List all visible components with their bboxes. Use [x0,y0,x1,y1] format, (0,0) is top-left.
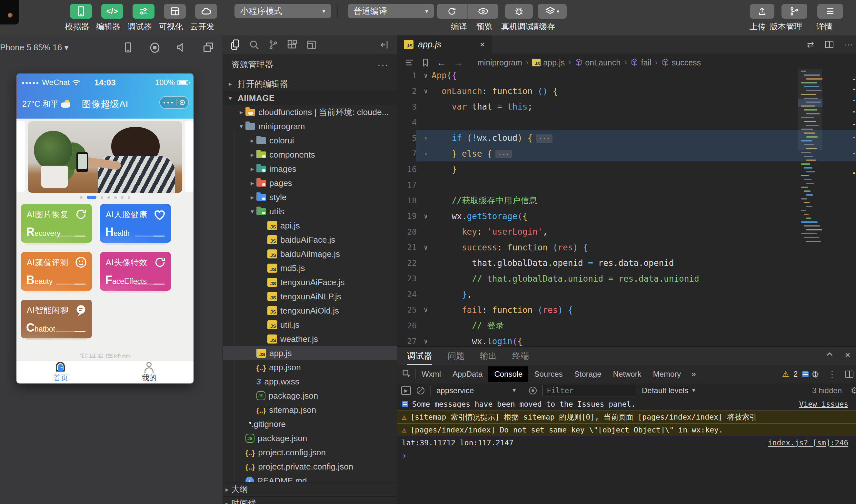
carousel-dot-active[interactable] [87,196,97,199]
outline-list-icon[interactable] [404,58,414,67]
tree-item-app.wxss[interactable]: 3app.wxss [223,375,397,389]
code-line-4[interactable]: 4 [397,115,800,130]
gear-icon[interactable]: ⚙ [851,385,856,396]
tree-item-miniprogram[interactable]: ▾miniprogram [223,119,397,133]
timeline-section[interactable]: ▸时间线 [223,496,397,504]
code-line-5[interactable]: 5› if (!wx.cloud) {··· [397,130,800,146]
capsule-menu[interactable] [159,96,189,109]
simulator-button[interactable] [70,4,92,19]
carousel-dot[interactable] [80,196,83,199]
devtools-tab-appdata[interactable]: AppData [447,366,488,382]
warning-icon[interactable]: ⚠ [782,370,789,379]
tree-item-package.json[interactable]: JSpackage.json [223,431,397,445]
tree-item-cloudfunctions-cloude...[interactable]: ▸cloudfunctions | 当前环境: cloude... [223,105,397,119]
devtools-tab-sources[interactable]: Sources [528,366,568,382]
code-line-24[interactable]: 24 }, [397,287,800,302]
feature-card-health[interactable]: AI人脸健康Health [100,204,171,242]
code-line-3[interactable]: 3 var that = this; [397,99,800,115]
issues-icon[interactable] [802,371,808,377]
code-line-18[interactable]: 18 //获取缓存中用户信息 [397,193,800,209]
clear-console-icon[interactable] [417,387,424,394]
device-orientation-icon[interactable] [124,42,132,53]
panel-tab-终端[interactable]: 终端 [512,350,529,362]
code-line-20[interactable]: 20 key: 'userLogin', [397,224,800,240]
device-debug-button[interactable] [505,4,533,19]
preview-button[interactable] [467,4,498,19]
feature-card-chatbot[interactable]: AI智能闲聊Chatbot [21,300,92,338]
fold-open-icon[interactable]: ∨ [420,337,432,345]
split-editor-icon[interactable] [825,41,834,48]
tree-item-style[interactable]: ▸style [223,190,397,204]
tree-item-api.js[interactable]: JSapi.js [223,218,397,233]
code-line-23[interactable]: 23 // that.globalData.unionid = res.data… [397,271,800,287]
devtools-tab-wxml[interactable]: Wxml [416,366,447,382]
devtools-tab-memory[interactable]: Memory [647,366,687,382]
breadcrumb-item-fail[interactable]: fail [631,58,651,67]
debugger-button[interactable] [133,4,155,19]
npm-package-icon[interactable] [306,39,317,50]
more-tabs-icon[interactable]: » [687,369,700,379]
fold-closed-icon[interactable]: › [420,150,432,158]
mute-icon[interactable] [176,42,187,53]
tab-home[interactable]: 首页 [16,361,105,383]
panel-tab-输出[interactable]: 输出 [480,350,497,362]
tree-item-pages[interactable]: ▸pages [223,176,397,190]
sync-icon[interactable]: ⇄ [807,40,814,50]
console-drawer-icon[interactable]: ▶ [401,386,411,395]
fold-open-icon[interactable]: ∨ [420,306,432,314]
devtools-tab-storage[interactable]: Storage [569,366,607,382]
collapse-panel-icon[interactable] [825,350,834,360]
version-control-button[interactable] [782,4,807,19]
visualizer-button[interactable] [164,4,186,19]
code-line-25[interactable]: 25∨ fail: function (res) { [397,302,800,318]
tree-item-project.config.json[interactable]: {..}project.config.json [223,445,397,460]
minimap[interactable] [800,69,821,250]
tree-item-sitemap.json[interactable]: {..}sitemap.json [223,403,397,417]
console-link[interactable]: View issues [799,400,848,408]
editor-button[interactable]: </> [101,4,123,19]
code-line-22[interactable]: 22 that.globalData.openid = res.data.ope… [397,255,800,271]
tree-item-md5.js[interactable]: JSmd5.js [223,261,397,275]
context-select[interactable]: appservice▼ [436,386,517,395]
clear-cache-button[interactable]: ▾ [538,4,567,19]
device-selector[interactable]: Phone 5 85% 16 ▾ [0,42,69,53]
code-area[interactable]: 1∨App({2∨ onLaunch: function () {3 var t… [397,68,800,349]
fold-open-icon[interactable]: ∨ [420,212,432,220]
code-line-26[interactable]: 26 // 登录 [397,318,800,334]
devtools-tab-console[interactable]: Console [488,366,528,382]
code-line-16[interactable]: 16 } [397,161,800,177]
outline-section[interactable]: ▸大纲 [223,482,397,496]
code-line-7[interactable]: 7› } else {··· [397,146,800,162]
feature-card-beauty[interactable]: AI颜值评测Beauty [21,252,92,291]
compile-button[interactable] [437,4,467,19]
tree-item-baiduaiface.js[interactable]: JSbaiduAiFace.js [223,233,397,247]
carousel-dot[interactable] [121,196,124,199]
tree-item-util.js[interactable]: JSutil.js [223,318,397,332]
record-stop-icon[interactable] [149,42,161,54]
tree-item-weather.js[interactable]: JSweather.js [223,332,397,346]
tree-item-app.js[interactable]: JSapp.js [223,346,397,360]
details-button[interactable] [817,4,843,19]
gear-icon[interactable]: ⚙ [811,369,819,380]
collapse-sidebar-icon[interactable] [379,39,390,50]
more-icon[interactable]: ··· [377,59,389,70]
breadcrumb-item-onlaunch[interactable]: onLaunch [575,58,621,67]
carousel-dot[interactable] [128,196,130,199]
carousel-dot[interactable] [107,196,110,199]
extensions-icon[interactable] [287,39,298,50]
files-icon[interactable] [230,39,240,51]
fold-open-icon[interactable]: ∨ [420,244,432,251]
tree-item-baiduaiimage.js[interactable]: JSbaiduAiImage.js [223,247,397,261]
search-icon[interactable] [249,39,260,50]
fold-open-icon[interactable]: ∨ [420,87,432,95]
carousel-photo[interactable] [28,121,182,193]
close-icon[interactable]: × [845,350,850,360]
tree-item-colorui[interactable]: ▸colorui [223,133,397,148]
compile-mode-select[interactable]: 普通编译▾ [348,4,434,18]
tree-item-app.json[interactable]: {..}app.json [223,360,397,375]
source-control-icon[interactable] [268,39,278,50]
code-line-17[interactable]: 17 [397,177,800,193]
tree-item-tengxunaiface.js[interactable]: JStengxunAiFace.js [223,275,397,289]
close-icon[interactable]: × [480,40,485,50]
carousel-dot[interactable] [114,196,117,199]
